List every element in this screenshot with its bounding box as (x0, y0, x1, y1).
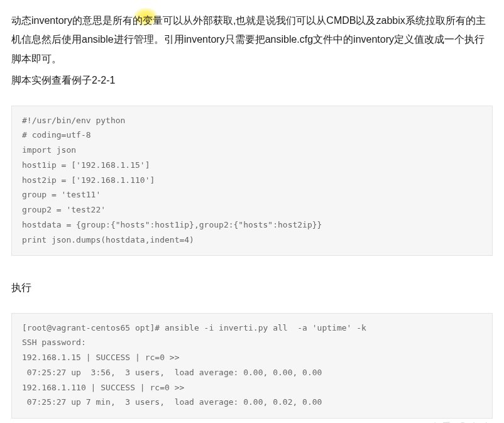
intro-text-1: 动态inventory的意思是所有的变量可以从外部获取,也就是说我们可以从CMD… (11, 15, 486, 64)
intro-text-2: 脚本实例查看例子2-2-1 (11, 75, 115, 85)
section-heading-text: 执行 (11, 282, 31, 293)
code-content-python: #!/usr/bin/env python # coding=utf-8 imp… (22, 116, 322, 244)
section-heading-execute: 执行 (11, 278, 493, 297)
code-block-python: #!/usr/bin/env python # coding=utf-8 imp… (11, 106, 493, 256)
intro-paragraph-2: 脚本实例查看例子2-2-1 (11, 71, 493, 90)
code-block-shell: [root@vagrant-centos65 opt]# ansible -i … (11, 313, 493, 419)
intro-paragraph-1: 动态inventory的意思是所有的变量可以从外部获取,也就是说我们可以从CMD… (11, 11, 493, 69)
code-content-shell: [root@vagrant-centos65 opt]# ansible -i … (22, 323, 366, 407)
